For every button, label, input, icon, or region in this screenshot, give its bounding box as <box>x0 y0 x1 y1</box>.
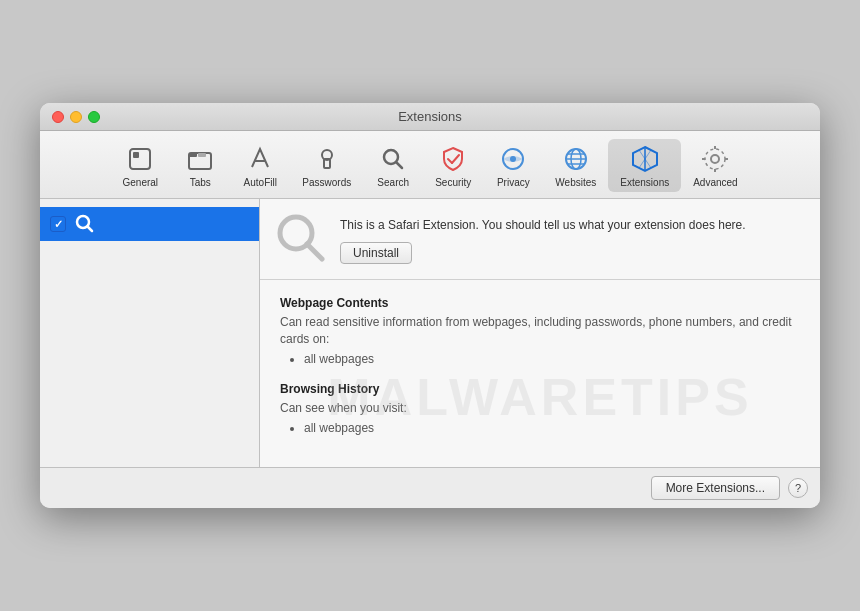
toolbar-item-tabs[interactable]: Tabs <box>170 139 230 192</box>
toolbar-item-general[interactable]: General <box>110 139 170 192</box>
minimize-button[interactable] <box>70 111 82 123</box>
toolbar-item-advanced[interactable]: Advanced <box>681 139 749 192</box>
svg-rect-1 <box>133 152 139 158</box>
svg-line-11 <box>452 155 459 163</box>
main-content: MALWARETIPS This is a Safari Extension. … <box>40 199 820 466</box>
sidebar <box>40 199 260 466</box>
toolbar-item-general-label: General <box>123 177 159 188</box>
bottom-bar: More Extensions... ? <box>40 467 820 508</box>
svg-line-30 <box>88 227 93 232</box>
permission-desc-history: Can see when you visit: <box>280 400 800 417</box>
permission-list-item: all webpages <box>304 421 800 435</box>
svg-point-24 <box>705 149 725 169</box>
more-extensions-button[interactable]: More Extensions... <box>651 476 780 500</box>
autofill-icon <box>244 143 276 175</box>
svg-rect-0 <box>130 149 150 169</box>
extension-description: This is a Safari Extension. You should t… <box>340 217 804 234</box>
permission-list-webpage: all webpages <box>280 352 800 366</box>
permission-group-webpage: Webpage Contents Can read sensitive info… <box>280 296 800 366</box>
toolbar-item-security[interactable]: Security <box>423 139 483 192</box>
tabs-icon <box>184 143 216 175</box>
toolbar-item-privacy[interactable]: Privacy <box>483 139 543 192</box>
window-title: Extensions <box>398 109 462 124</box>
toolbar-item-advanced-label: Advanced <box>693 177 737 188</box>
privacy-icon <box>497 143 529 175</box>
toolbar-item-websites[interactable]: Websites <box>543 139 608 192</box>
svg-line-9 <box>397 163 403 169</box>
permission-list-item: all webpages <box>304 352 800 366</box>
security-icon <box>437 143 469 175</box>
main-window: Extensions General <box>40 103 820 507</box>
extension-info: This is a Safari Extension. You should t… <box>340 217 804 264</box>
permission-desc-webpage: Can read sensitive information from webp… <box>280 314 800 348</box>
toolbar-icons: General Tabs <box>110 139 749 192</box>
toolbar-item-passwords[interactable]: Passwords <box>290 139 363 192</box>
svg-line-32 <box>307 244 322 259</box>
passwords-icon <box>311 143 343 175</box>
help-button[interactable]: ? <box>788 478 808 498</box>
advanced-icon <box>699 143 731 175</box>
detail-panel: MALWARETIPS This is a Safari Extension. … <box>260 199 820 466</box>
permission-title-webpage: Webpage Contents <box>280 296 800 310</box>
toolbar-item-autofill-label: AutoFill <box>244 177 277 188</box>
websites-icon <box>560 143 592 175</box>
extensions-icon <box>629 143 661 175</box>
svg-rect-3 <box>189 153 197 157</box>
permission-group-history: Browsing History Can see when you visit:… <box>280 382 800 435</box>
toolbar-item-search[interactable]: Search <box>363 139 423 192</box>
svg-point-23 <box>711 155 719 163</box>
extension-checkbox[interactable] <box>50 216 66 232</box>
titlebar: Extensions <box>40 103 820 131</box>
permission-title-history: Browsing History <box>280 382 800 396</box>
svg-rect-4 <box>198 153 206 157</box>
close-button[interactable] <box>52 111 64 123</box>
svg-point-13 <box>510 156 516 162</box>
uninstall-button[interactable]: Uninstall <box>340 242 412 264</box>
toolbar-item-autofill[interactable]: AutoFill <box>230 139 290 192</box>
toolbar-item-tabs-label: Tabs <box>190 177 211 188</box>
toolbar-item-privacy-label: Privacy <box>497 177 530 188</box>
toolbar-item-passwords-label: Passwords <box>302 177 351 188</box>
extension-icon <box>276 215 326 265</box>
toolbar: General Tabs <box>40 131 820 199</box>
maximize-button[interactable] <box>88 111 100 123</box>
toolbar-item-extensions[interactable]: Extensions <box>608 139 681 192</box>
toolbar-item-extensions-label: Extensions <box>620 177 669 188</box>
permission-list-history: all webpages <box>280 421 800 435</box>
general-icon <box>124 143 156 175</box>
sidebar-search-icon <box>74 213 96 235</box>
extension-header: This is a Safari Extension. You should t… <box>260 199 820 280</box>
search-toolbar-icon <box>377 143 409 175</box>
permissions-section: Webpage Contents Can read sensitive info… <box>260 280 820 466</box>
toolbar-item-security-label: Security <box>435 177 471 188</box>
traffic-lights <box>52 111 100 123</box>
sidebar-item-search-ext[interactable] <box>40 207 259 241</box>
toolbar-item-websites-label: Websites <box>555 177 596 188</box>
toolbar-item-search-label: Search <box>377 177 409 188</box>
